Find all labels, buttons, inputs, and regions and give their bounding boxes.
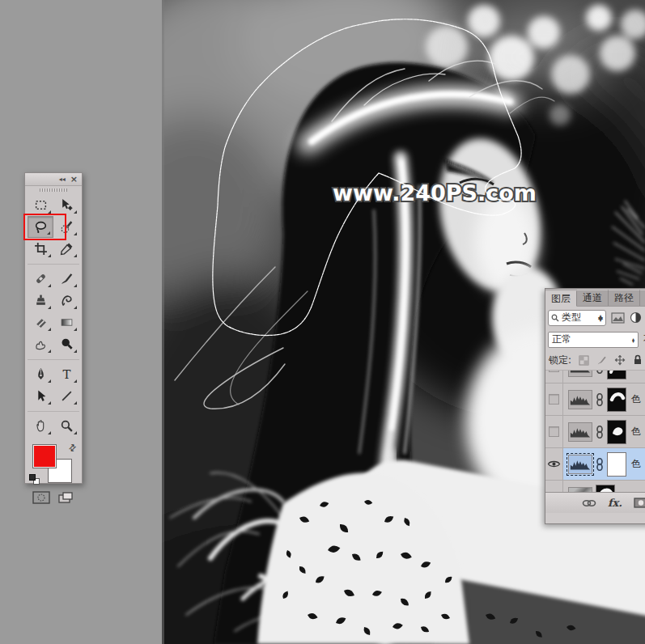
move-tool[interactable] — [53, 194, 79, 216]
layer-filter-row: 类型 ▴▾ — [545, 307, 645, 328]
layer-mask-thumbnail[interactable] — [596, 485, 615, 493]
visibility-toggle[interactable] — [545, 416, 563, 447]
layer-style-button[interactable]: fx. — [608, 497, 622, 509]
mask-link-icon[interactable] — [596, 371, 604, 374]
lasso-tool[interactable] — [28, 216, 53, 238]
clone-stamp-tool[interactable] — [28, 290, 53, 311]
spinner-icon: ▴▾ — [632, 337, 634, 342]
history-brush-icon — [60, 294, 74, 307]
layer-row-selected[interactable]: 色 — [545, 448, 645, 481]
lock-transparency-icon[interactable] — [579, 355, 589, 366]
default-colors-icon[interactable] — [29, 474, 40, 485]
brush-icon — [60, 272, 74, 286]
tool-palette: ◂◂ × — [24, 172, 83, 484]
levels-adjustment-thumbnail[interactable] — [568, 390, 592, 409]
crop-tool[interactable] — [28, 238, 53, 260]
hand-tool[interactable] — [28, 415, 53, 437]
quick-selection-tool[interactable] — [53, 216, 79, 238]
lock-label: 锁定: — [549, 354, 571, 367]
layer-row[interactable]: 色 — [545, 416, 645, 448]
levels-adjustment-thumbnail[interactable] — [568, 455, 592, 474]
dodge-tool[interactable] — [53, 333, 79, 355]
quick-mask-icon — [32, 491, 50, 504]
layer-name: 色 — [631, 371, 641, 374]
filter-adjustment-icon[interactable] — [630, 311, 642, 324]
lock-all-icon[interactable] — [633, 354, 643, 366]
smudge-tool[interactable] — [28, 333, 53, 355]
swap-colors-icon[interactable]: ⇄ — [66, 442, 79, 455]
blend-mode-value: 正常 — [552, 333, 571, 346]
palette-header: ◂◂ × — [25, 173, 82, 186]
tab-history[interactable]: 历 — [640, 290, 645, 306]
tab-paths[interactable]: 路径 — [609, 290, 640, 306]
eyedropper-tool[interactable] — [53, 238, 79, 260]
mask-link-icon[interactable] — [596, 458, 604, 471]
layer-mask-thumbnail[interactable] — [607, 388, 626, 412]
layer-name: 色 — [631, 392, 641, 406]
levels-histogram-icon — [569, 389, 592, 409]
photoshop-workspace: { "accent": { "red": "#ec1212", "selecti… — [0, 0, 645, 644]
visibility-checkbox-empty — [549, 371, 559, 372]
line-tool[interactable] — [53, 385, 79, 407]
layer-mask-thumbnail[interactable] — [607, 371, 626, 379]
lock-pixels-brush-icon[interactable] — [596, 355, 607, 366]
panel-resize-grip[interactable] — [545, 513, 645, 520]
foreground-color-swatch[interactable] — [32, 444, 57, 468]
add-mask-button[interactable] — [634, 498, 645, 508]
layer-mask-thumbnail[interactable] — [607, 452, 626, 477]
layer-row[interactable]: 色 — [545, 383, 645, 416]
link-layers-button[interactable] — [582, 499, 596, 507]
visibility-checkbox-empty — [549, 426, 559, 437]
brush-tool[interactable] — [53, 268, 79, 290]
history-brush-tool[interactable] — [53, 290, 79, 311]
filter-image-icon[interactable] — [611, 312, 625, 324]
quick-mask-button[interactable] — [32, 489, 51, 505]
tool-divider — [28, 355, 79, 360]
search-icon — [551, 314, 559, 322]
layer-row[interactable]: 色 — [545, 371, 645, 383]
eyedropper-icon — [60, 242, 74, 256]
lasso-icon — [34, 220, 48, 234]
path-selection-tool[interactable] — [28, 385, 53, 407]
palette-grip[interactable] — [25, 186, 82, 193]
tab-layers[interactable]: 图层 — [545, 290, 577, 307]
close-icon[interactable]: × — [70, 175, 78, 184]
eraser-icon — [34, 316, 48, 329]
blend-mode-select[interactable]: 正常 ▴▾ — [548, 332, 639, 348]
collapse-panel-icon[interactable]: ◂◂ — [59, 176, 66, 183]
rectangular-marquee-tool[interactable] — [28, 194, 53, 216]
tab-channels[interactable]: 通道 — [577, 290, 609, 306]
lock-row: 锁定: — [545, 350, 645, 371]
type-tool[interactable]: T — [53, 363, 79, 385]
layer-mask-thumbnail[interactable] — [607, 420, 626, 444]
layer-row[interactable] — [545, 481, 645, 492]
levels-histogram-icon — [569, 422, 592, 441]
photo-layer-thumbnail[interactable] — [568, 487, 592, 493]
magnifier-icon — [60, 419, 74, 433]
layer-filter-select[interactable]: 类型 ▴▾ — [548, 310, 606, 326]
visibility-toggle[interactable] — [545, 481, 563, 492]
crop-icon — [34, 242, 48, 256]
layer-name: 色 — [631, 457, 641, 471]
visibility-toggle[interactable] — [545, 448, 563, 480]
spot-healing-tool[interactable] — [28, 268, 53, 290]
mask-link-icon[interactable] — [596, 393, 604, 406]
tool-divider — [28, 407, 79, 412]
pen-tool[interactable] — [28, 363, 53, 385]
layers-panel: 图层 通道 路径 历 类型 ▴▾ 正常 ▴▾ 不 锁定: — [545, 288, 645, 524]
mask-link-icon[interactable] — [596, 426, 604, 439]
svg-text:T: T — [62, 367, 70, 381]
visibility-toggle[interactable] — [545, 383, 563, 415]
mask-shape — [608, 371, 627, 380]
gradient-tool[interactable] — [53, 311, 79, 333]
zoom-tool[interactable] — [53, 415, 79, 437]
visibility-toggle[interactable] — [545, 371, 563, 383]
healing-bandage-icon — [34, 272, 48, 286]
levels-adjustment-thumbnail[interactable] — [568, 422, 592, 442]
screen-mode-button[interactable] — [56, 489, 75, 505]
eraser-tool[interactable] — [28, 311, 53, 333]
mask-shape — [596, 485, 616, 493]
lock-position-move-icon[interactable] — [614, 354, 626, 366]
levels-adjustment-thumbnail[interactable] — [568, 371, 592, 377]
mask-shape — [608, 388, 627, 413]
